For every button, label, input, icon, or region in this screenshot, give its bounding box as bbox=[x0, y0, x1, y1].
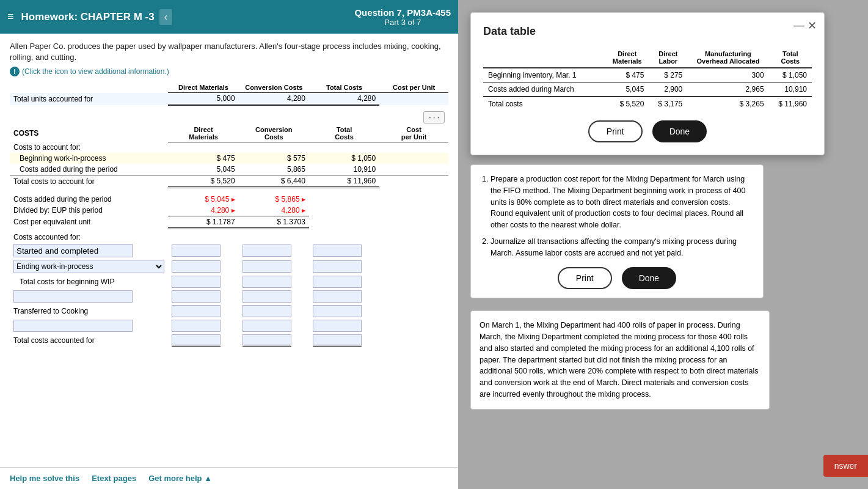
beginning-wip-row: Beginning work-in-process $ 475 $ 575 $ … bbox=[10, 153, 448, 164]
col-header-cpu: Cost per Unit bbox=[379, 83, 448, 93]
info-link[interactable]: i (Click the icon to view additional inf… bbox=[10, 67, 448, 76]
costs-added-period-label: Costs added during the period bbox=[10, 194, 168, 205]
extra-input-row-2 bbox=[10, 318, 448, 333]
nav-back-button[interactable]: ‹ bbox=[159, 9, 172, 25]
total-bwip-total[interactable] bbox=[313, 276, 362, 288]
help-link[interactable]: Help me solve this bbox=[10, 474, 79, 483]
extra-input-row bbox=[10, 289, 448, 304]
ending-wip-dm[interactable] bbox=[172, 260, 221, 273]
dt-beginning-label: Beginning inventory, Mar. 1 bbox=[483, 68, 605, 83]
total-costs-row: Total costs to account for $ 5,520 $ 6,4… bbox=[10, 175, 448, 188]
dt-costs-added-label: Costs added during March bbox=[483, 83, 605, 97]
ending-wip-cc[interactable] bbox=[243, 260, 291, 273]
instruction-item-2: Journalize all transactions affecting th… bbox=[491, 236, 754, 259]
dt-beginning-total: $ 1,050 bbox=[769, 68, 812, 83]
total-bwip-cc[interactable] bbox=[243, 276, 291, 288]
dt-beginning-dl: $ 275 bbox=[649, 68, 687, 83]
total-costs-total: $ 11,960 bbox=[309, 175, 379, 188]
extra-cc-2[interactable] bbox=[243, 320, 291, 332]
started-completed-dm[interactable] bbox=[172, 244, 221, 257]
units-dm: 5,000 bbox=[168, 93, 238, 105]
ellipsis-row: · · · bbox=[10, 110, 448, 125]
modal-close-button[interactable]: ✕ bbox=[808, 19, 817, 32]
instruction-box: Prepare a production cost report for the… bbox=[470, 164, 764, 298]
menu-icon[interactable]: ≡ bbox=[7, 10, 14, 23]
modal-print-button[interactable]: Print bbox=[588, 120, 643, 142]
info-link-text: (Click the icon to view additional infor… bbox=[22, 67, 169, 76]
col-header-cc: Conversion Costs bbox=[239, 83, 309, 93]
eup-dm: 4,280 ▸ bbox=[168, 205, 238, 216]
total-bwip-dm[interactable] bbox=[172, 276, 221, 288]
units-tc: 4,280 bbox=[309, 93, 379, 105]
transferred-dm[interactable] bbox=[172, 305, 221, 317]
ending-wip-dropdown[interactable]: Ending work-in-process bbox=[13, 260, 164, 273]
eup-cc: 4,280 ▸ bbox=[239, 205, 309, 216]
total-costs-dm: $ 5,520 bbox=[168, 175, 238, 188]
data-table: DirectMaterials DirectLabor Manufacturin… bbox=[483, 48, 812, 111]
ending-wip-total[interactable] bbox=[313, 260, 362, 273]
costs-col-tc: TotalCosts bbox=[309, 125, 379, 142]
costs-added-dm: 5,045 bbox=[168, 164, 238, 175]
costs-col-cpu: Costper Unit bbox=[379, 125, 448, 142]
total-units-label: Total units accounted for bbox=[10, 93, 168, 105]
total-beginning-wip-label: Total costs for beginning WIP bbox=[10, 274, 168, 289]
total-costs-accounted-label: Total costs accounted for bbox=[10, 333, 168, 348]
instruction-print-button[interactable]: Print bbox=[558, 267, 612, 289]
instruction-done-button[interactable]: Done bbox=[622, 267, 676, 289]
costs-col-cc: ConversionCosts bbox=[239, 125, 309, 142]
beginning-wip-dm: $ 475 bbox=[168, 153, 238, 164]
costs-to-account-row: Costs to account for: bbox=[10, 142, 448, 153]
extra-dm-1[interactable] bbox=[172, 290, 221, 303]
modal-minimize-button[interactable]: — bbox=[793, 19, 804, 32]
dt-costs-added-moh: 2,965 bbox=[687, 83, 768, 97]
dt-total-dl: $ 3,175 bbox=[649, 97, 687, 111]
dt-total-total: $ 11,960 bbox=[769, 97, 812, 111]
dt-col-dl: DirectLabor bbox=[649, 48, 687, 68]
cost-table: Direct Materials Conversion Costs Total … bbox=[10, 83, 448, 348]
dt-costs-added-dm: 5,045 bbox=[605, 83, 649, 97]
transferred-row: Transferred to Cooking bbox=[10, 304, 448, 318]
etext-link[interactable]: Etext pages bbox=[92, 474, 136, 483]
dt-costs-added-dl: 2,900 bbox=[649, 83, 687, 97]
ending-wip-row: Ending work-in-process bbox=[10, 259, 448, 274]
costs-section-label: COSTS bbox=[10, 125, 168, 142]
dt-row-beginning: Beginning inventory, Mar. 1 $ 475 $ 275 … bbox=[483, 68, 812, 83]
transferred-total[interactable] bbox=[313, 305, 362, 317]
part-info: Part 3 of 7 bbox=[354, 18, 451, 27]
dt-col-total: TotalCosts bbox=[769, 48, 812, 68]
answer-button[interactable]: nswer bbox=[823, 455, 868, 477]
beginning-wip-label: Beginning work-in-process bbox=[10, 153, 168, 164]
extra-total-2[interactable] bbox=[313, 320, 362, 332]
ellipsis-button[interactable]: · · · bbox=[423, 111, 445, 123]
extra-dm-2[interactable] bbox=[172, 320, 221, 332]
divided-by-row: Divided by: EUP this period 4,280 ▸ 4,28… bbox=[10, 205, 448, 216]
info-text: On March 1, the Mixing Department had 40… bbox=[480, 320, 760, 400]
dt-beginning-moh: 300 bbox=[687, 68, 768, 83]
more-help-link[interactable]: Get more help ▲ bbox=[148, 474, 212, 483]
costs-to-account-label: Costs to account for: bbox=[10, 142, 168, 153]
total-costs-cc: $ 6,440 bbox=[239, 175, 309, 188]
cost-per-eu-row: Cost per equivalent unit $ 1.1787 $ 1.37… bbox=[10, 216, 448, 228]
cpu-dm: $ 1.1787 bbox=[168, 216, 238, 228]
extra-input-2[interactable] bbox=[13, 320, 133, 332]
dt-beginning-dm: $ 475 bbox=[605, 68, 649, 83]
transferred-cc[interactable] bbox=[243, 305, 291, 317]
units-cc: 4,280 bbox=[239, 93, 309, 105]
total-beginning-wip-row: Total costs for beginning WIP bbox=[10, 274, 448, 289]
extra-input-1[interactable] bbox=[13, 290, 133, 303]
total-acc-dm[interactable] bbox=[172, 334, 221, 347]
data-table-modal: — ✕ Data table DirectMaterials DirectLab… bbox=[470, 12, 825, 155]
left-panel: ≡ Homework: CHAPTER M -3 ‹ Question 7, P… bbox=[0, 0, 458, 489]
dt-total-moh: $ 3,265 bbox=[687, 97, 768, 111]
started-completed-input[interactable] bbox=[13, 244, 133, 257]
extra-cc-1[interactable] bbox=[243, 290, 291, 303]
col-header-tc: Total Costs bbox=[309, 83, 379, 93]
modal-done-button[interactable]: Done bbox=[652, 120, 707, 142]
extra-total-1[interactable] bbox=[313, 290, 362, 303]
total-acc-total[interactable] bbox=[313, 334, 362, 347]
costs-col-dm: DirectMaterials bbox=[168, 125, 238, 142]
cost-per-eu-label: Cost per equivalent unit bbox=[10, 216, 168, 228]
started-completed-cc[interactable] bbox=[243, 244, 291, 257]
total-acc-cc[interactable] bbox=[243, 334, 291, 347]
started-completed-total[interactable] bbox=[313, 244, 362, 257]
